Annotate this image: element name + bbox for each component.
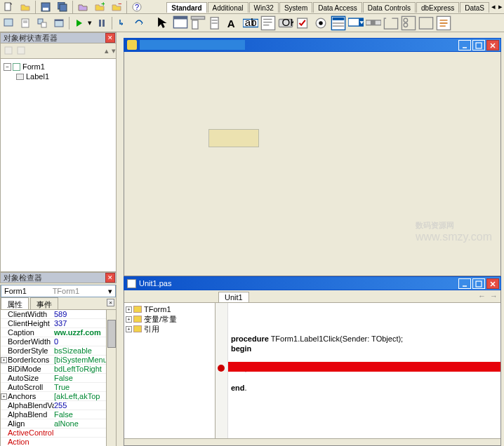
code-explorer-node[interactable]: +变量/常量 xyxy=(126,314,213,324)
nav-prev-icon[interactable]: ← xyxy=(478,292,486,300)
palette-groupbox-icon[interactable] xyxy=(383,15,399,31)
editor-gutter[interactable] xyxy=(215,303,228,438)
palette-label-icon[interactable]: A xyxy=(225,15,241,31)
tree-up-icon[interactable]: ▴ xyxy=(105,46,109,55)
close-icon[interactable]: ✕ xyxy=(105,33,115,43)
palette-frames-icon[interactable] xyxy=(172,15,189,31)
nav-next-icon[interactable]: → xyxy=(490,292,498,300)
close-button[interactable] xyxy=(486,40,499,50)
palette-popupmenu-icon[interactable] xyxy=(207,15,224,31)
palette-tab-system[interactable]: System xyxy=(279,2,312,13)
code-explorer-node[interactable]: +TForm1 xyxy=(126,304,213,314)
toggle-form-unit-icon[interactable] xyxy=(34,17,51,29)
palette-panel-icon[interactable] xyxy=(418,15,435,31)
prop-row-bidimode[interactable]: BiDiModebdLeftToRight xyxy=(1,365,116,374)
open-icon[interactable] xyxy=(17,1,34,13)
scrollbar[interactable] xyxy=(106,310,116,446)
palette-tab-dbexpress[interactable]: dbExpress xyxy=(416,2,459,13)
close-button[interactable] xyxy=(486,278,499,289)
tree-delete-icon[interactable] xyxy=(16,46,26,57)
palette-actionlist-icon[interactable] xyxy=(435,15,452,31)
prop-row-autoscroll[interactable]: AutoScrollTrue xyxy=(1,383,116,392)
palette-scrollbar-icon[interactable] xyxy=(365,15,382,31)
palette-tab-additional[interactable]: Additional xyxy=(208,2,248,13)
palette-tab-win32[interactable]: Win32 xyxy=(249,2,279,13)
prop-row-alphablend[interactable]: AlphaBlendFalse xyxy=(1,410,116,419)
expando-icon[interactable]: + xyxy=(126,326,132,332)
prop-row-clientheight[interactable]: ClientHeight337 xyxy=(1,319,116,328)
save-icon[interactable] xyxy=(37,1,54,13)
tabs-close-icon[interactable]: × xyxy=(107,299,114,306)
new-icon[interactable] xyxy=(0,1,17,13)
prop-row-action[interactable]: Action xyxy=(1,438,116,446)
code-line[interactable]: begin xyxy=(231,344,498,353)
tab-properties[interactable]: 属性 xyxy=(1,297,29,309)
code-line[interactable] xyxy=(231,373,498,383)
code-editor[interactable]: procedure TForm1.Label1Click(Sender: TOb… xyxy=(215,303,500,438)
help-icon[interactable]: ? xyxy=(128,1,145,13)
step-over-icon[interactable] xyxy=(131,17,147,29)
palette-combobox-icon[interactable] xyxy=(347,15,364,31)
breakpoint-icon[interactable] xyxy=(218,365,225,372)
palette-edit-icon[interactable]: ab xyxy=(242,15,259,31)
palette-tab-data-controls[interactable]: Data Controls xyxy=(363,2,416,13)
palette-scroll-left-icon[interactable]: ◂ xyxy=(490,2,497,12)
run-icon[interactable] xyxy=(71,17,88,29)
code-line[interactable]: end. xyxy=(231,383,498,393)
view-unit-icon[interactable] xyxy=(17,17,34,29)
prop-row-align[interactable]: AlignalNone xyxy=(1,419,116,428)
palette-checkbox-icon[interactable] xyxy=(295,15,312,31)
tree-node-form[interactable]: − Form1 xyxy=(4,62,113,72)
expando-icon[interactable]: + xyxy=(126,316,132,323)
open-project-icon[interactable] xyxy=(74,1,91,13)
palette-tab-datas[interactable]: DataS xyxy=(460,2,489,13)
pause-icon[interactable] xyxy=(93,17,110,29)
object-tree-body[interactable]: − Form1 Label1 xyxy=(1,59,116,271)
prop-row-anchors[interactable]: Anchors+[akLeft,akTop xyxy=(1,392,116,401)
prop-row-activecontrol[interactable]: ActiveControl xyxy=(1,428,116,438)
run-dropdown-icon[interactable]: ▾ xyxy=(88,18,93,27)
new-form-icon[interactable] xyxy=(51,17,67,29)
code-editor-titlebar[interactable]: Unit1.pas xyxy=(124,276,501,290)
remove-file-icon[interactable]: − xyxy=(108,1,125,13)
tree-new-icon[interactable] xyxy=(4,46,13,57)
designer-label1-component[interactable] xyxy=(208,129,259,147)
tree-down-icon[interactable]: ▾ xyxy=(112,46,116,55)
minimize-button[interactable] xyxy=(458,278,471,289)
properties-grid[interactable]: ClientWidth589ClientHeight337Captionww.u… xyxy=(1,310,116,446)
expand-icon[interactable]: + xyxy=(1,357,7,363)
chevron-down-icon[interactable]: ▾ xyxy=(108,287,112,296)
palette-radiobutton-icon[interactable] xyxy=(312,15,329,31)
palette-memo-icon[interactable] xyxy=(260,15,277,31)
tab-events[interactable]: 事件 xyxy=(30,297,58,309)
close-icon[interactable]: ✕ xyxy=(105,273,115,283)
code-line[interactable]: procedure TForm1.Label1Click(Sender: TOb… xyxy=(231,334,498,344)
prop-row-autosize[interactable]: AutoSizeFalse xyxy=(1,374,116,383)
palette-tab-standard[interactable]: Standard xyxy=(166,2,206,13)
palette-pointer-icon[interactable] xyxy=(154,15,171,31)
code-tab-unit1[interactable]: Unit1 xyxy=(218,292,249,302)
prop-row-bordericons[interactable]: BorderIcons+[biSystemMenu xyxy=(1,356,116,365)
save-all-icon[interactable] xyxy=(54,1,71,13)
maximize-button[interactable] xyxy=(472,278,485,289)
minimize-button[interactable] xyxy=(458,40,471,50)
expando-icon[interactable]: + xyxy=(126,306,132,313)
code-explorer[interactable]: +TForm1+变量/常量+引用 xyxy=(124,303,215,438)
prop-row-clientwidth[interactable]: ClientWidth589 xyxy=(1,310,116,319)
editor-text[interactable]: procedure TForm1.Label1Click(Sender: TOb… xyxy=(228,303,500,438)
trace-into-icon[interactable] xyxy=(114,17,131,29)
tree-node-label1[interactable]: Label1 xyxy=(16,72,113,81)
maximize-button[interactable] xyxy=(472,40,485,50)
palette-listbox-icon[interactable] xyxy=(330,15,347,31)
view-form-icon[interactable] xyxy=(0,17,17,29)
prop-row-caption[interactable]: Captionww.uzzf.com xyxy=(1,328,116,337)
scrollbar-thumb[interactable] xyxy=(107,320,116,348)
palette-scroll-right-icon[interactable]: ▸ xyxy=(497,2,504,12)
prop-row-borderstyle[interactable]: BorderStylebsSizeable xyxy=(1,346,116,356)
add-file-icon[interactable]: + xyxy=(91,1,108,13)
inspector-instance-combo[interactable]: Form1 TForm1 ▾ xyxy=(1,285,116,297)
form-designer-canvas[interactable]: 数码资源网 www.smzy.com xyxy=(124,52,501,276)
prop-row-alphablendva[interactable]: AlphaBlendVa255 xyxy=(1,401,116,410)
code-explorer-node[interactable]: +引用 xyxy=(126,324,213,334)
palette-radiogroup-icon[interactable] xyxy=(400,15,417,31)
